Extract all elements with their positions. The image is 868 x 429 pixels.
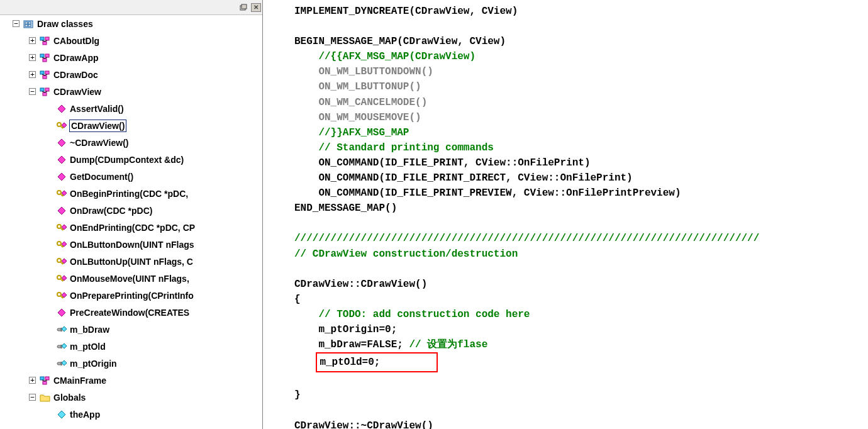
tree-item-onbeginprintingcdcpdc[interactable]: OnBeginPrinting(CDC *pDC, [0,185,262,202]
tree-item-label: theApp [70,410,100,420]
tree-item-cdrawdoc[interactable]: +CDrawDoc [0,66,262,83]
tree-item-label: CDrawDoc [53,70,98,80]
kfn-icon [56,291,67,301]
expander-placeholder [45,122,52,129]
tree-item-cmainframe[interactable]: +CMainFrame [0,372,262,389]
svg-rect-7 [40,37,44,40]
tree-item-label: OnMouseMove(UINT nFlags, [70,274,189,284]
svg-rect-1 [242,4,247,9]
expand-icon[interactable]: + [29,37,36,44]
class-icon [40,376,51,386]
expand-icon[interactable]: + [29,377,36,384]
tree-item-label: Draw classes [37,19,93,29]
tree-item-globals[interactable]: −Globals [0,389,262,406]
kfn-icon [56,223,67,233]
kfn-icon [56,257,67,267]
project-icon [23,19,35,29]
tree-item-theapp[interactable]: theApp [0,406,262,423]
tree-item-cdrawview[interactable]: −CDrawView [0,83,262,100]
svg-rect-4 [28,22,31,24]
tree-item-assertvalid[interactable]: AssertValid() [0,100,262,117]
collapse-icon[interactable]: − [29,394,36,401]
tree-item-label: m_bDraw [70,325,109,335]
svg-rect-12 [40,54,44,57]
fn-icon [56,308,67,318]
tree-item-mbdraw[interactable]: m_bDraw [0,321,262,338]
svg-marker-34 [58,173,65,181]
fn-icon [56,138,67,148]
tree-item-label: GetDocument() [70,172,133,182]
svg-rect-23 [45,88,49,91]
expander-placeholder [45,224,52,231]
tree-item-label: OnPreparePrinting(CPrintInfo [70,291,194,301]
svg-rect-5 [25,25,28,26]
tree-item-ondrawcdcpdc[interactable]: OnDraw(CDC *pDC) [0,202,262,219]
tree-item-getdocument[interactable]: GetDocument() [0,168,262,185]
svg-rect-22 [40,88,44,91]
tree-item-label: Dump(CDumpContext &dc) [70,155,184,165]
tree-item-label: OnEndPrinting(CDC *pDC, CP [70,223,195,233]
tree-item-onmousemoveuintnflags[interactable]: OnMouseMove(UINT nFlags, [0,270,262,287]
tree-item-label: OnLButtonDown(UINT nFlags [70,240,194,250]
expander-placeholder [45,292,52,299]
expander-placeholder [45,173,52,180]
class-icon [40,87,51,97]
svg-rect-70 [40,377,44,380]
expand-icon[interactable]: + [29,54,36,61]
tree-item-caboutdlg[interactable]: +CAboutDlg [0,32,262,49]
tree-item-label: OnLButtonUp(UINT nFlags, C [70,257,193,267]
svg-marker-66 [62,343,67,348]
fn-icon [56,104,67,114]
tree-item-label: OnBeginPrinting(CDC *pDC, [70,189,188,199]
code-editor[interactable]: IMPLEMENT_DYNCREATE(CDrawView, CView) BE… [263,0,868,429]
tree-item-onlbuttonupuintnflagsc[interactable]: OnLButtonUp(UINT nFlags, C [0,253,262,270]
expand-icon[interactable]: + [29,71,36,78]
svg-rect-17 [40,71,44,74]
tree-item-label: CAboutDlg [53,36,99,46]
expander-placeholder [45,309,52,316]
restore-icon[interactable] [238,3,248,13]
class-tree[interactable]: −Draw classes+CAboutDlg+CDrawApp+CDrawDo… [0,15,262,429]
kfn-icon [56,189,67,199]
tree-item-label: ~CDrawView() [70,138,129,148]
tree-item-cdrawview[interactable]: ~CDrawView() [0,134,262,151]
tree-item-label: OnDraw(CDC *pDC) [70,206,152,216]
tree-item-mptold[interactable]: m_ptOld [0,338,262,355]
collapse-icon[interactable]: − [13,20,19,27]
close-icon[interactable]: ✕ [251,3,261,12]
tree-item-label: CDrawApp [53,53,99,63]
tree-item-cdrawview[interactable]: CDrawView() [0,117,262,134]
tree-item-mptorigin[interactable]: m_ptOrigin [0,355,262,372]
tree-root[interactable]: −Draw classes [0,15,262,32]
var-icon [56,359,67,369]
expander-placeholder [45,343,52,350]
kfn-icon [56,240,67,250]
svg-marker-75 [58,411,65,418]
tree-item-precreatewindowcreates[interactable]: PreCreateWindow(CREATES [0,304,262,321]
tree-item-label: m_ptOld [70,342,106,352]
tree-item-onprepareprintingcprintinfo[interactable]: OnPreparePrinting(CPrintInfo [0,287,262,304]
expander-placeholder [45,241,52,248]
svg-marker-63 [62,326,67,332]
expander-placeholder [45,105,52,112]
svg-rect-19 [43,75,47,79]
tree-item-cdrawapp[interactable]: +CDrawApp [0,49,262,66]
expander-placeholder [45,207,52,214]
kfn-icon [56,274,67,284]
var-icon [56,325,67,335]
svg-rect-24 [43,92,47,96]
tree-item-onendprintingcdcpdccp[interactable]: OnEndPrinting(CDC *pDC, CP [0,219,262,236]
svg-marker-39 [58,207,65,214]
svg-rect-8 [45,37,49,40]
tree-item-dumpcdumpcontextdc[interactable]: Dump(CDumpContext &dc) [0,151,262,168]
svg-marker-69 [62,360,67,365]
tree-item-onlbuttondownuintnflags[interactable]: OnLButtonDown(UINT nFlags [0,236,262,253]
expander-placeholder [45,156,52,163]
expander-placeholder [45,360,52,367]
collapse-icon[interactable]: − [29,88,36,95]
fn-icon [56,206,67,216]
fn-icon [56,172,67,182]
var-icon [56,342,67,352]
expander-placeholder [45,275,52,282]
svg-rect-71 [45,377,49,380]
